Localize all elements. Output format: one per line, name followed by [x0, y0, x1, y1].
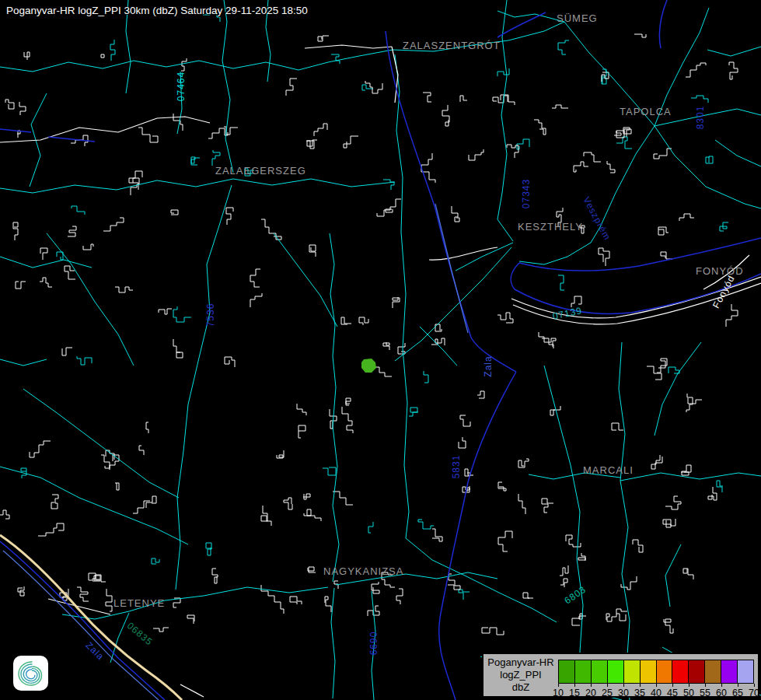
road-number-label: 6690 — [368, 612, 379, 674]
legend-tick-label: 40 — [651, 684, 662, 698]
legend-color-cell — [607, 660, 624, 684]
legend-tick-label: 45 — [667, 684, 678, 698]
radar-provider-logo — [13, 656, 48, 691]
legend-color-cell — [737, 660, 754, 684]
image-title: Poganyvar-HR logZ_PPI 30km (dbZ) Saturda… — [6, 5, 308, 16]
legend-ticks: 10152025303540455055606570 — [558, 684, 754, 698]
legend-color-cell — [656, 660, 673, 684]
legend-tick-label: 50 — [683, 684, 694, 698]
legend-color-cell — [623, 660, 641, 684]
legend-product: logZ_PPI — [483, 669, 558, 681]
radar-echo — [361, 359, 376, 373]
legend-tick-label: 70 — [749, 684, 759, 698]
legend-text-block: Poganyvar-HR logZ_PPI dbZ — [483, 656, 558, 694]
legend-tick-label: 10 — [553, 684, 564, 698]
legend-tick-label: 35 — [634, 684, 645, 698]
city-label-zalaszentgrot: ZALASZENTGRÓT — [403, 40, 501, 51]
legend-color-cell — [558, 660, 575, 684]
legend-unit: dbZ — [483, 681, 558, 694]
legend-tick-label: 65 — [732, 684, 743, 698]
legend-tick-label: 30 — [618, 684, 629, 698]
city-label-marcali: MARCALI — [583, 464, 634, 476]
legend-color-cell — [688, 660, 705, 684]
legend-tick-label: 60 — [716, 684, 727, 698]
radar-echo-layer — [361, 359, 376, 373]
legend-color-cell — [704, 660, 721, 684]
legend-station: Poganyvar-HR — [483, 656, 558, 669]
road-number-label: 7536 — [205, 284, 216, 346]
road-number-label: 07464 — [176, 55, 187, 117]
city-label-zalaegerszeg: ZALAEGERSZEG — [215, 165, 306, 177]
legend-tick-label: 15 — [569, 684, 580, 698]
road-number-label: 5831 — [451, 436, 462, 498]
colorbar-legend: Poganyvar-HR logZ_PPI dbZ 10152025303540… — [482, 653, 759, 698]
road-number-label: 8301 — [695, 86, 706, 149]
legend-tick-label: 25 — [602, 684, 613, 698]
legend-tick-label: 20 — [585, 684, 596, 698]
river-name-label: Zala — [483, 335, 494, 397]
city-label-tapolca: TAPOLCA — [620, 106, 672, 117]
legend-color-cell — [721, 660, 738, 684]
city-label-sumeg: SÜMEG — [557, 12, 598, 24]
city-label-nagykanizsa: NAGYKANIZSA — [323, 565, 403, 577]
map-lines — [0, 0, 761, 700]
river-layer — [0, 0, 761, 700]
legend-color-cell — [591, 660, 608, 684]
legend-colorbar — [558, 660, 754, 684]
legend-color-cell — [672, 660, 689, 684]
legend-tick-label: 55 — [700, 684, 710, 698]
spiral-logo-icon — [13, 656, 48, 691]
road-network-layer — [0, 0, 761, 700]
radar-map-screen: Poganyvar-HR logZ_PPI 30km (dbZ) Saturda… — [0, 0, 761, 700]
road-number-label: 07343 — [521, 163, 532, 225]
legend-color-cell — [574, 660, 592, 684]
city-label-letenye: LETENYE — [113, 597, 165, 609]
legend-color-cell — [640, 660, 657, 684]
